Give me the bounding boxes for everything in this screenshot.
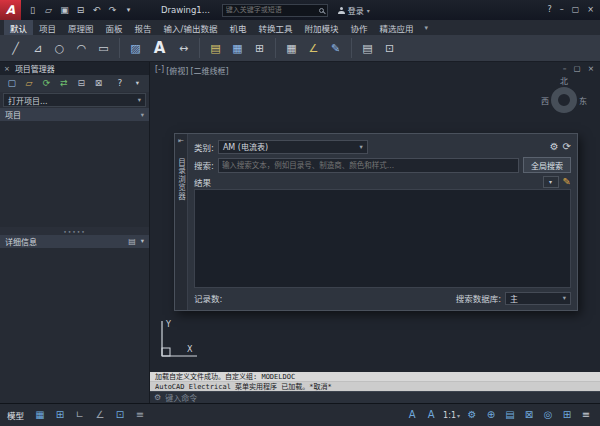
tab-collaborate[interactable]: 协作 xyxy=(345,20,374,35)
qat-dropdown-icon[interactable]: ▾ xyxy=(122,3,135,17)
lineweight-icon[interactable]: ≡ xyxy=(133,408,147,423)
catalog-refresh-icon[interactable]: ⟳ xyxy=(563,142,571,152)
annotation-visibility-icon[interactable]: A xyxy=(405,408,419,423)
doc-minimize-icon[interactable]: – xyxy=(563,64,567,73)
tab-project[interactable]: 项目 xyxy=(33,20,62,35)
customize-icon[interactable]: ≡ xyxy=(579,408,593,423)
palette-close-icon[interactable]: × xyxy=(4,65,10,73)
snap-icon[interactable]: ⊞ xyxy=(53,408,67,423)
viewcube[interactable]: 北 西 东 xyxy=(533,75,595,113)
catalog-search-input[interactable] xyxy=(218,158,519,173)
tab-panel[interactable]: 面板 xyxy=(100,20,129,35)
project-tree-area[interactable] xyxy=(0,121,149,227)
osnap-icon[interactable]: ⊡ xyxy=(113,408,127,423)
paste-icon[interactable]: ▤ xyxy=(359,39,376,58)
isolate-objects-icon[interactable]: ◎ xyxy=(541,408,555,423)
annotation-monitor-icon[interactable]: ⊕ xyxy=(484,408,498,423)
viewcube-ring[interactable] xyxy=(551,87,577,113)
refresh-icon[interactable]: ⟳ xyxy=(40,76,53,91)
viewport-visual-style-control[interactable]: [二维线框] xyxy=(190,65,228,76)
edit-catalog-icon[interactable]: ✎ xyxy=(563,177,571,187)
palette-help-icon[interactable]: ? xyxy=(113,76,126,91)
annotation-autoscale-icon[interactable]: A xyxy=(424,408,438,423)
search-database-dropdown[interactable]: 主 ▾ xyxy=(505,292,571,305)
viewcube-east-label[interactable]: 东 xyxy=(579,95,587,106)
tab-add-ins[interactable]: 附加模块 xyxy=(298,20,344,35)
signin-button[interactable]: 登录 ▾ xyxy=(338,5,370,16)
multiline-text-icon[interactable]: A xyxy=(149,39,170,58)
plot-icon[interactable]: ⊟ xyxy=(75,76,88,91)
polar-icon[interactable]: ∠ xyxy=(93,408,107,423)
layer-properties-icon[interactable]: ▦ xyxy=(229,39,246,58)
table-icon[interactable]: ▦ xyxy=(283,39,300,58)
restore-button[interactable]: ▢ xyxy=(572,6,580,14)
tab-import-export[interactable]: 输入/输出数据 xyxy=(158,20,224,35)
help-icon[interactable]: ? xyxy=(547,6,551,14)
chevron-down-icon[interactable]: ▾ xyxy=(141,111,144,119)
open-file-icon[interactable]: ▱ xyxy=(42,3,55,17)
tab-featured-apps[interactable]: 精选应用 xyxy=(374,20,420,35)
command-input[interactable]: ⚙ 键入命令 xyxy=(150,391,600,403)
results-dropdown-button[interactable]: ▾ xyxy=(543,176,559,188)
quick-properties-icon[interactable]: ▤ xyxy=(503,408,517,423)
doc-close-icon[interactable]: × xyxy=(588,64,594,73)
global-search-button[interactable]: 全局搜索 xyxy=(523,157,571,173)
results-grid[interactable] xyxy=(194,189,571,288)
open-project-icon[interactable]: ▱ xyxy=(22,76,35,91)
search-icon[interactable] xyxy=(319,8,324,13)
lock-ui-icon[interactable]: ⊠ xyxy=(522,408,536,423)
annotation-scale-control[interactable]: 1:1 ▾ xyxy=(443,411,460,420)
ortho-icon[interactable]: ∟ xyxy=(73,408,87,423)
dimension-icon[interactable]: ↔ xyxy=(175,39,192,58)
circle-icon[interactable]: ○ xyxy=(51,39,68,58)
measure-icon[interactable]: ∠ xyxy=(305,39,322,58)
layers-icon[interactable]: ▤ xyxy=(207,39,224,58)
zip-icon[interactable]: ⊠ xyxy=(92,76,105,91)
viewcube-north-label[interactable]: 北 xyxy=(533,75,595,86)
catalog-browser-titlebar[interactable]: ⇤ 目录浏览器 xyxy=(175,134,188,310)
app-menu-button[interactable]: A xyxy=(0,0,21,20)
autohide-pin-icon[interactable]: ⇤ xyxy=(178,137,184,145)
palette-menu-icon[interactable]: ▾ xyxy=(131,76,144,91)
ribbon-options-icon[interactable]: ▾ xyxy=(420,20,434,35)
tools-icon[interactable]: ⊡ xyxy=(381,39,398,58)
minimize-button[interactable]: – xyxy=(560,6,564,14)
workspace-gear-icon[interactable]: ⚙ xyxy=(465,408,479,423)
tab-conversion-tools[interactable]: 转换工具 xyxy=(252,20,298,35)
redo-icon[interactable]: ↷ xyxy=(106,3,119,17)
model-tab-label[interactable]: 模型 xyxy=(7,409,24,421)
details-section-header[interactable]: 详细信息 ▤ ▾ xyxy=(0,235,149,248)
drawing-area[interactable]: [-] [俯视] [二维线框] – ▢ × 北 西 东 ⇤ 目录浏览器 类别: … xyxy=(150,62,600,372)
arc-icon[interactable]: ◠ xyxy=(73,39,90,58)
details-menu-icon[interactable]: ▾ xyxy=(141,238,144,245)
tab-default[interactable]: 默认 xyxy=(4,20,33,35)
help-search-box[interactable] xyxy=(222,4,328,17)
insert-block-icon[interactable]: ⊞ xyxy=(251,39,268,58)
close-button[interactable]: × xyxy=(587,6,594,14)
viewcube-west-label[interactable]: 西 xyxy=(541,95,549,106)
catalog-settings-icon[interactable]: ⚙ xyxy=(550,142,559,152)
project-manager-titlebar[interactable]: × 项目管理器 xyxy=(0,62,149,75)
line-icon[interactable]: ╱ xyxy=(7,39,24,58)
viewport-menu-control[interactable]: [-] xyxy=(155,65,164,76)
edit-icon[interactable]: ✎ xyxy=(327,39,344,58)
new-file-icon[interactable]: ▯ xyxy=(26,3,39,17)
new-project-icon[interactable]: ▢ xyxy=(5,76,18,91)
save-icon[interactable]: ▣ xyxy=(58,3,71,17)
tab-reports[interactable]: 报告 xyxy=(129,20,158,35)
details-area[interactable] xyxy=(0,248,149,403)
details-view-icon[interactable]: ▤ xyxy=(128,238,136,246)
clean-screen-icon[interactable]: ⊞ xyxy=(560,408,574,423)
open-project-combo[interactable]: 打开项目... ▾ xyxy=(3,93,146,107)
print-icon[interactable]: ⊟ xyxy=(74,3,87,17)
tab-electromechanical[interactable]: 机电 xyxy=(223,20,252,35)
doc-restore-icon[interactable]: ▢ xyxy=(574,64,581,73)
hatch-icon[interactable]: ▨ xyxy=(127,39,144,58)
command-customize-icon[interactable]: ⚙ xyxy=(154,394,161,402)
palette-splitter[interactable]: ••••• xyxy=(0,227,149,235)
undo-icon[interactable]: ↶ xyxy=(90,3,103,17)
viewport-view-control[interactable]: [俯视] xyxy=(166,65,188,76)
grid-icon[interactable]: ▦ xyxy=(33,408,47,423)
polyline-icon[interactable]: ⊿ xyxy=(29,39,46,58)
tab-schematic[interactable]: 原理图 xyxy=(62,20,100,35)
